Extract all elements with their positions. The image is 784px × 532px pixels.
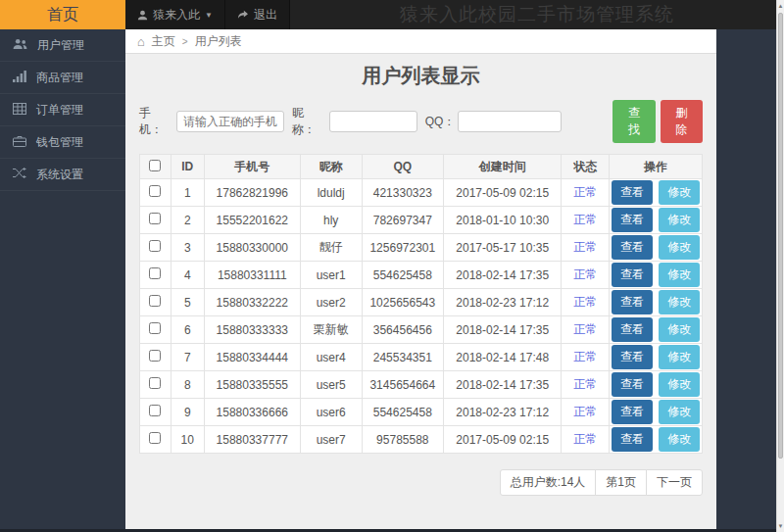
- cell-actions: 查看 修改: [610, 234, 703, 262]
- edit-button[interactable]: 修改: [659, 317, 700, 342]
- cell-id: 4: [171, 262, 204, 289]
- cell-id: 10: [171, 426, 204, 454]
- sidebar-item-label: 钱包管理: [36, 134, 83, 151]
- row-checkbox[interactable]: [149, 432, 161, 444]
- cell-phone: 15880335555: [205, 371, 301, 399]
- brand-dropdown[interactable]: 猿来入此 ▼: [125, 0, 225, 29]
- row-select-cell: [140, 207, 172, 234]
- edit-button[interactable]: 修改: [659, 290, 700, 314]
- qq-input[interactable]: [458, 111, 562, 132]
- chart-icon: [13, 71, 26, 85]
- cell-nickname: user7: [300, 426, 362, 454]
- view-button[interactable]: 查看: [612, 400, 653, 424]
- status-link[interactable]: 正常: [573, 322, 597, 336]
- cell-created: 2018-02-14 17:35: [443, 371, 562, 399]
- row-checkbox[interactable]: [149, 185, 161, 197]
- cell-phone: 15880331111: [205, 262, 301, 289]
- cell-created: 2018-02-14 17:35: [443, 316, 562, 344]
- breadcrumb-home[interactable]: 主页: [152, 33, 175, 50]
- cell-status: 正常: [562, 234, 610, 262]
- status-link[interactable]: 正常: [573, 295, 597, 309]
- edit-button[interactable]: 修改: [659, 427, 700, 452]
- sidebar-item-product-management[interactable]: 商品管理: [0, 62, 125, 94]
- scroll-up-arrow-icon[interactable]: ▲: [777, 1, 784, 11]
- status-link[interactable]: 正常: [573, 350, 597, 363]
- edit-button[interactable]: 修改: [659, 372, 700, 397]
- scroll-down-arrow-icon[interactable]: ▼: [777, 521, 784, 531]
- status-link[interactable]: 正常: [573, 377, 597, 391]
- nickname-input[interactable]: [329, 111, 417, 132]
- status-link[interactable]: 正常: [573, 267, 597, 281]
- sidebar-item-order-management[interactable]: 订单管理: [0, 94, 125, 126]
- view-button[interactable]: 查看: [612, 372, 653, 397]
- sidebar: 用户管理 商品管理 订单管理 钱包管理 系统设置: [0, 29, 125, 532]
- home-button[interactable]: 首页: [0, 0, 125, 29]
- status-link[interactable]: 正常: [573, 240, 597, 254]
- cell-nickname: user1: [300, 262, 362, 289]
- row-checkbox[interactable]: [149, 295, 161, 307]
- logout-button[interactable]: 退出: [225, 0, 290, 29]
- select-all-checkbox[interactable]: [149, 160, 161, 171]
- view-button[interactable]: 查看: [612, 263, 653, 287]
- cell-phone: 15880330000: [205, 234, 301, 262]
- edit-button[interactable]: 修改: [659, 180, 700, 205]
- view-button[interactable]: 查看: [612, 208, 653, 232]
- sidebar-item-label: 商品管理: [36, 70, 83, 86]
- status-link[interactable]: 正常: [573, 213, 597, 226]
- cell-created: 2018-01-10 10:30: [443, 207, 562, 234]
- row-checkbox[interactable]: [149, 240, 161, 252]
- header-actions: 操作: [610, 155, 703, 179]
- cell-phone: 17862821996: [205, 179, 301, 207]
- view-button[interactable]: 查看: [612, 290, 653, 314]
- row-checkbox[interactable]: [149, 322, 161, 334]
- search-button[interactable]: 查找: [612, 100, 655, 143]
- view-button[interactable]: 查看: [612, 235, 653, 260]
- row-checkbox[interactable]: [149, 377, 161, 389]
- current-page-cell[interactable]: 第1页: [595, 469, 647, 496]
- edit-button[interactable]: 修改: [659, 263, 700, 287]
- cell-id: 5: [171, 289, 204, 316]
- table-row: 7 15880334444 user4 245534351 2018-02-14…: [140, 344, 703, 371]
- cell-status: 正常: [562, 262, 610, 289]
- view-button[interactable]: 查看: [612, 180, 653, 205]
- row-select-cell: [140, 399, 172, 426]
- cell-actions: 查看 修改: [610, 179, 703, 207]
- view-button[interactable]: 查看: [612, 317, 653, 342]
- briefcase-icon: [13, 135, 26, 150]
- sidebar-item-system-settings[interactable]: 系统设置: [0, 159, 125, 191]
- row-checkbox[interactable]: [149, 405, 161, 416]
- scrollbar-thumb[interactable]: [778, 13, 783, 459]
- sidebar-item-wallet-management[interactable]: 钱包管理: [0, 126, 125, 159]
- delete-button[interactable]: 删除: [661, 100, 703, 143]
- status-link[interactable]: 正常: [573, 432, 597, 446]
- cell-created: 2017-05-17 10:35: [443, 234, 562, 262]
- view-button[interactable]: 查看: [612, 345, 653, 369]
- cell-id: 9: [171, 399, 204, 426]
- cell-phone: 15552201622: [205, 207, 301, 234]
- header-created: 创建时间: [443, 155, 562, 179]
- row-checkbox[interactable]: [149, 267, 161, 279]
- row-checkbox[interactable]: [149, 350, 161, 362]
- table-row: 2 15552201622 hly 782697347 2018-01-10 1…: [140, 207, 703, 234]
- breadcrumb-current: 用户列表: [195, 33, 242, 50]
- view-button[interactable]: 查看: [612, 427, 653, 452]
- next-page-button[interactable]: 下一页: [646, 469, 703, 496]
- edit-button[interactable]: 修改: [659, 345, 700, 369]
- cell-status: 正常: [562, 179, 610, 207]
- status-link[interactable]: 正常: [573, 405, 597, 418]
- row-select-cell: [140, 234, 172, 262]
- table-header-row: ID 手机号 昵称 QQ 创建时间 状态 操作: [140, 155, 703, 179]
- qq-label: QQ：: [425, 114, 456, 130]
- sidebar-item-user-management[interactable]: 用户管理: [0, 29, 125, 62]
- edit-button[interactable]: 修改: [659, 235, 700, 260]
- cell-nickname: hly: [300, 207, 362, 234]
- edit-button[interactable]: 修改: [659, 400, 700, 424]
- pagination: 总用户数:14人 第1页 下一页: [139, 469, 703, 496]
- edit-button[interactable]: 修改: [659, 208, 700, 232]
- users-icon: [13, 38, 27, 53]
- vertical-scrollbar[interactable]: ▲ ▼: [776, 0, 784, 532]
- cell-status: 正常: [562, 399, 610, 426]
- row-checkbox[interactable]: [149, 213, 161, 224]
- status-link[interactable]: 正常: [573, 185, 597, 199]
- phone-input[interactable]: [176, 111, 284, 132]
